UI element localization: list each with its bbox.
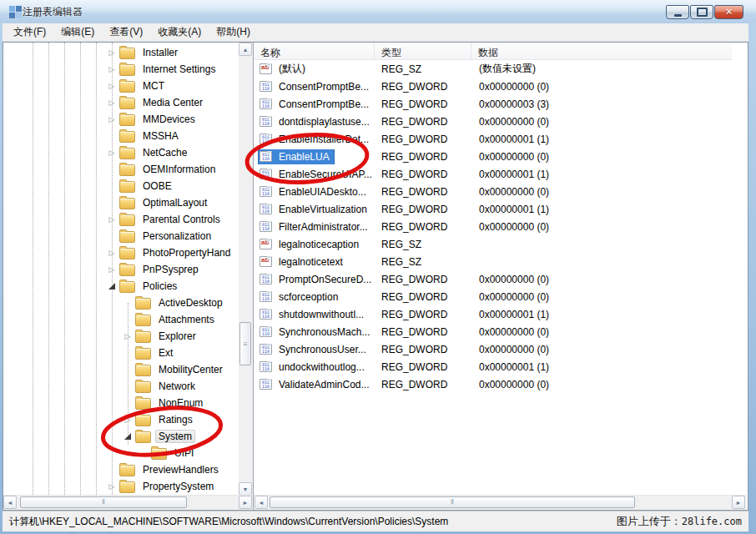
tree-item[interactable]: ActiveDesktop	[3, 295, 238, 311]
registry-value-row[interactable]: ValidateAdminCod... REG_DWORD 0x00000000…	[254, 375, 732, 393]
tree-item[interactable]: PhotoPropertyHand	[3, 244, 238, 261]
menu-item[interactable]: 帮助(H)	[209, 23, 258, 42]
registry-value-row[interactable]: EnableUIADeskto... REG_DWORD 0x00000000 …	[254, 183, 732, 200]
tree-item[interactable]: OOBE	[3, 178, 238, 194]
expand-arrow-icon[interactable]	[105, 480, 118, 493]
expand-arrow-icon[interactable]	[105, 280, 118, 293]
scroll-up-icon[interactable]: ▲	[239, 43, 252, 56]
registry-value-row[interactable]: legalnoticetext REG_SZ	[254, 253, 732, 270]
folder-icon	[119, 481, 135, 493]
menu-item[interactable]: 查看(V)	[102, 23, 150, 42]
value-type-icon	[260, 344, 272, 355]
expand-arrow-icon[interactable]	[121, 330, 134, 343]
value-type: REG_DWORD	[375, 186, 471, 198]
registry-value-row[interactable]: EnableLUA REG_DWORD 0x00000000 (0)	[254, 148, 732, 165]
tree-item[interactable]: OEMInformation	[3, 161, 238, 178]
menu-item[interactable]: 文件(F)	[6, 23, 53, 42]
tree-item[interactable]: MSSHA	[3, 128, 238, 144]
expand-arrow-icon[interactable]	[105, 263, 118, 276]
folder-icon	[119, 48, 135, 59]
registry-value-row[interactable]: shutdownwithoutl... REG_DWORD 0x00000001…	[254, 305, 732, 323]
expand-arrow-icon[interactable]	[105, 246, 118, 259]
tree-item[interactable]: Personalization	[3, 228, 238, 244]
registry-value-row[interactable]: undockwithoutlog... REG_DWORD 0x00000001…	[254, 358, 732, 375]
scroll-right-icon[interactable]: ►	[732, 496, 745, 509]
tree-item[interactable]: NonEnum	[3, 395, 238, 411]
registry-value-row[interactable]: EnableVirtualization REG_DWORD 0x0000000…	[254, 200, 732, 218]
list-hscroll-thumb[interactable]: ⦀	[270, 496, 635, 508]
tree-item[interactable]: PreviewHandlers	[3, 461, 238, 478]
registry-value-row[interactable]: scforceoption REG_DWORD 0x00000000 (0)	[254, 288, 732, 305]
menu-item[interactable]: 编辑(E)	[53, 23, 102, 42]
tree-item[interactable]: Installer	[3, 44, 238, 61]
tree-item[interactable]: Ext	[3, 345, 238, 361]
registry-value-row[interactable]: EnableInstallerDet... REG_DWORD 0x000000…	[254, 130, 732, 148]
registry-value-list: (默认) REG_SZ (数值未设置) ConsentPromptBe... R…	[254, 60, 732, 393]
expand-arrow-icon[interactable]	[105, 96, 118, 109]
registry-value-row[interactable]: (默认) REG_SZ (数值未设置)	[254, 60, 732, 78]
registry-value-row[interactable]: EnableSecureUIAP... REG_DWORD 0x00000001…	[254, 165, 732, 183]
tree-hscroll-thumb[interactable]: ⦀	[20, 496, 187, 508]
tree-item[interactable]: Network	[3, 378, 238, 395]
registry-value-pane: 名称 类型 数据 (默认) REG_SZ (数值未设置)	[254, 43, 746, 510]
column-header-name[interactable]: 名称	[254, 43, 375, 59]
scroll-right-icon[interactable]: ►	[239, 496, 252, 509]
scroll-left-icon[interactable]: ◄	[255, 496, 268, 509]
tree-item[interactable]: Explorer	[3, 328, 238, 345]
tree-item-label: Policies	[139, 280, 180, 293]
tree-item-label: Personalization	[139, 229, 214, 243]
registry-value-row[interactable]: PromptOnSecureD... REG_DWORD 0x00000000 …	[254, 270, 732, 288]
value-type: REG_SZ	[375, 63, 471, 75]
folder-icon	[119, 114, 135, 126]
registry-value-row[interactable]: dontdisplaylastuse... REG_DWORD 0x000000…	[254, 113, 732, 130]
tree-item[interactable]: Ratings	[3, 411, 238, 428]
scroll-down-icon[interactable]: ▼	[239, 482, 252, 496]
registry-value-row[interactable]: SynchronousMach... REG_DWORD 0x00000000 …	[254, 323, 732, 340]
close-button[interactable]: ✕	[714, 5, 743, 19]
expand-arrow-icon[interactable]	[105, 46, 118, 59]
folder-icon	[119, 181, 135, 193]
tree-item[interactable]: Media Center	[3, 94, 238, 111]
expand-arrow-icon[interactable]	[105, 213, 118, 226]
registry-value-row[interactable]: ConsentPromptBe... REG_DWORD 0x00000000 …	[254, 78, 732, 95]
tree-item[interactable]: UIPI	[3, 445, 238, 461]
tree-item[interactable]: MMDevices	[3, 111, 238, 128]
expand-arrow-icon[interactable]	[121, 430, 134, 443]
tree-horizontal-scrollbar[interactable]: ◄ ⦀ ►	[3, 495, 253, 510]
registry-value-row[interactable]: FilterAdministrator... REG_DWORD 0x00000…	[254, 218, 732, 235]
tree-item[interactable]: Policies	[3, 278, 238, 295]
tree-item[interactable]: PropertySystem	[3, 478, 238, 495]
tree-item[interactable]: Attachments	[3, 311, 238, 328]
tree-item-label: Internet Settings	[139, 63, 219, 76]
tree-item[interactable]: PnPSysprep	[3, 261, 238, 278]
tree-item[interactable]: Internet Settings	[3, 61, 238, 78]
tree-item-label: Attachments	[155, 313, 218, 326]
registry-value-row[interactable]: legalnoticecaption REG_SZ	[254, 235, 732, 253]
tree-item[interactable]: OptimalLayout	[3, 194, 238, 211]
maximize-button[interactable]	[690, 5, 713, 19]
value-type: REG_DWORD	[375, 361, 471, 373]
menu-item[interactable]: 收藏夹(A)	[150, 23, 209, 42]
column-header-data[interactable]: 数据	[471, 43, 732, 59]
registry-value-row[interactable]: ConsentPromptBe... REG_DWORD 0x00000003 …	[254, 95, 732, 113]
tree-vertical-scrollbar[interactable]: ▲ ≡ ▼	[239, 43, 253, 496]
watermark-prefix: 图片上传于：	[617, 515, 682, 527]
minimize-button[interactable]	[666, 5, 689, 19]
tree-item[interactable]: NetCache	[3, 144, 238, 161]
expand-arrow-icon[interactable]	[105, 113, 118, 126]
tree-item[interactable]: System	[3, 428, 238, 445]
expand-arrow-icon[interactable]	[105, 146, 118, 159]
expand-arrow-icon[interactable]	[105, 63, 118, 76]
column-header-type[interactable]: 类型	[375, 43, 471, 59]
tree-item-label: Ext	[155, 346, 176, 360]
scroll-left-icon[interactable]: ◄	[3, 496, 17, 509]
value-type-icon	[260, 309, 272, 320]
list-horizontal-scrollbar[interactable]: ◄ ⦀ ►	[254, 495, 746, 510]
tree-vscroll-thumb[interactable]: ≡	[239, 322, 251, 365]
tree-item[interactable]: MCT	[3, 78, 238, 94]
expand-arrow-icon[interactable]	[105, 79, 118, 93]
registry-value-row[interactable]: SynchronousUser... REG_DWORD 0x00000000 …	[254, 340, 732, 358]
tree-item[interactable]: MobilityCenter	[3, 361, 238, 378]
tree-item[interactable]: Parental Controls	[3, 211, 238, 228]
expand-arrow-icon[interactable]	[121, 413, 134, 426]
